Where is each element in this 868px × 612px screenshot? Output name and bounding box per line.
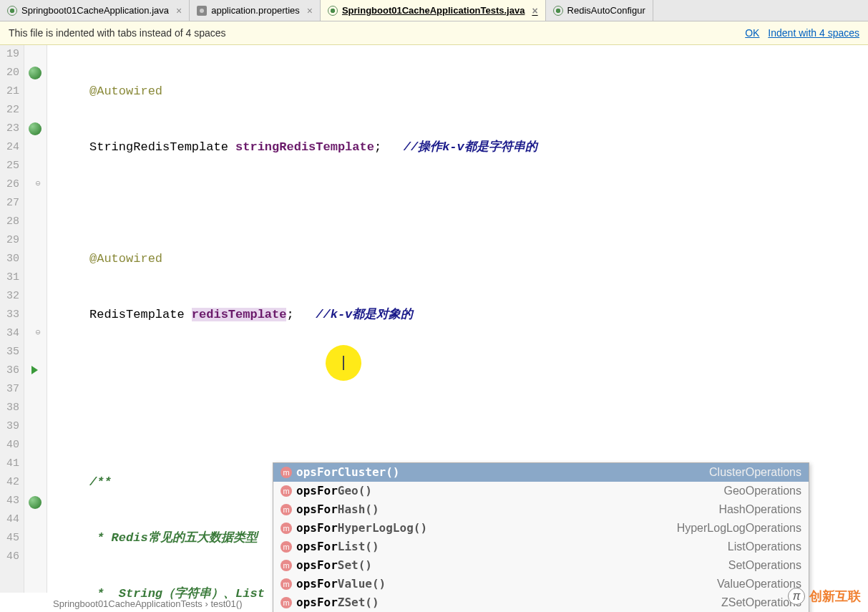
annotation: @Autowired <box>89 84 162 98</box>
line-numbers: 19202122232425 26272829303132 3334353637… <box>0 45 24 593</box>
code-editor[interactable]: 19202122232425 26272829303132 3334353637… <box>0 45 868 593</box>
method-icon: m <box>281 597 292 608</box>
tab-label: Springboot01CacheApplicationTests.java <box>342 5 525 16</box>
bean-gutter-icon[interactable] <box>29 496 42 509</box>
editor-tabs: Springboot01CacheApplication.java × appl… <box>0 0 868 21</box>
method-icon: m <box>281 485 292 497</box>
run-gutter-icon[interactable] <box>31 366 38 374</box>
notice-text: This file is indented with tabs instead … <box>9 27 226 39</box>
tab-label: application.properties <box>211 5 300 16</box>
tab-label: Springboot01CacheApplication.java <box>21 5 169 16</box>
close-icon[interactable]: × <box>176 5 182 16</box>
completion-item[interactable]: mopsForSet()SetOperations <box>273 556 809 575</box>
method-icon: m <box>281 504 292 515</box>
close-icon[interactable]: × <box>532 5 537 16</box>
tab-redis-auto[interactable]: RedisAutoConfigur <box>546 0 653 21</box>
tab-properties[interactable]: application.properties × <box>190 0 321 21</box>
close-icon[interactable]: × <box>307 5 313 16</box>
indent-notice: This file is indented with tabs instead … <box>0 21 868 45</box>
completion-item[interactable]: mopsForZSet()ZSetOperations <box>273 593 809 612</box>
fold-icon[interactable]: ⊖ <box>31 327 44 340</box>
bean-gutter-icon[interactable] <box>29 67 42 79</box>
indent-link[interactable]: Indent with 4 spaces <box>768 27 859 39</box>
notice-actions: OK Indent with 4 spaces <box>739 27 859 39</box>
breadcrumb[interactable]: Springboot01CacheApplicationTests › test… <box>47 596 248 612</box>
completion-item[interactable]: mopsForCluster()ClusterOperations <box>273 463 809 482</box>
tab-tests[interactable]: Springboot01CacheApplicationTests.java × <box>321 0 546 21</box>
method-icon: m <box>281 467 292 478</box>
cursor-highlight <box>326 345 361 381</box>
completion-item[interactable]: mopsForHash()HashOperations <box>273 500 809 519</box>
brand-logo: 创新互联 <box>809 588 861 605</box>
java-icon <box>553 6 563 16</box>
bean-gutter-icon[interactable] <box>29 122 42 135</box>
method-icon: m <box>281 578 292 590</box>
completion-item[interactable]: mopsForList()ListOperations <box>273 538 809 556</box>
properties-icon <box>197 6 207 16</box>
watermark: π 创新互联 <box>788 588 861 605</box>
java-icon <box>328 6 338 16</box>
pi-icon: π <box>788 588 805 605</box>
method-icon: m <box>281 560 292 571</box>
method-icon: m <box>281 541 292 553</box>
tab-cache-app[interactable]: Springboot01CacheApplication.java × <box>0 0 190 21</box>
completion-item[interactable]: mopsForHyperLogLog()HyperLogLogOperation… <box>273 519 809 538</box>
java-icon <box>7 6 17 16</box>
tab-label: RedisAutoConfigur <box>567 5 645 16</box>
code-area[interactable]: @Autowired StringRedisTemplate stringRed… <box>47 45 868 593</box>
completion-item[interactable]: mopsForValue()ValueOperations <box>273 575 809 593</box>
method-icon: m <box>281 523 292 534</box>
ok-link[interactable]: OK <box>745 27 759 39</box>
annotation: @Autowired <box>89 252 162 266</box>
gutter-marks: ⊖ ⊖ <box>24 45 47 593</box>
completion-popup[interactable]: mopsForCluster()ClusterOperationsmopsFor… <box>273 462 809 612</box>
fold-icon[interactable]: ⊖ <box>31 178 44 191</box>
completion-item[interactable]: mopsForGeo()GeoOperations <box>273 482 809 500</box>
